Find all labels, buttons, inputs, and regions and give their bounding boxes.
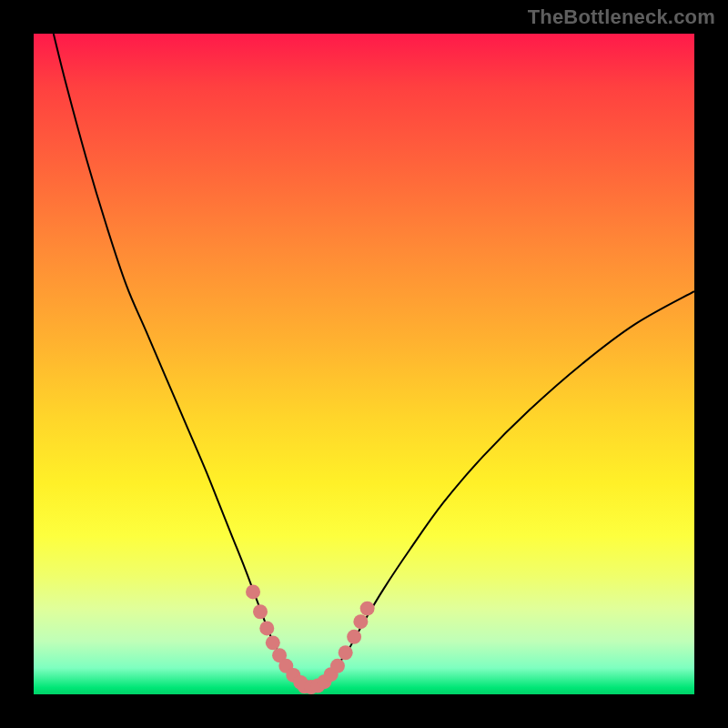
chart-gradient-area [34, 34, 694, 694]
watermark-text: TheBottleneck.com [528, 5, 715, 29]
